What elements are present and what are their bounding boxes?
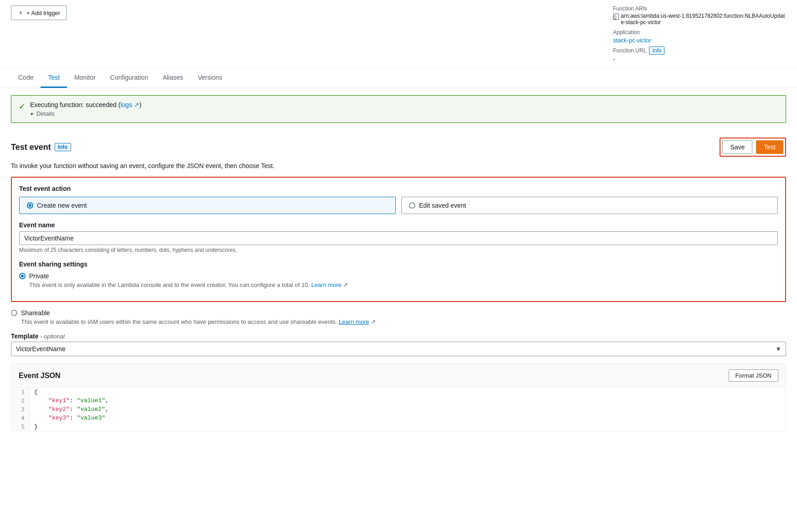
shareable-label[interactable]: Shareable xyxy=(21,309,50,317)
private-desc-icon: ↗ xyxy=(343,281,348,288)
private-description: This event is only available in the Lamb… xyxy=(19,281,778,288)
private-learn-more-link[interactable]: Learn more xyxy=(311,281,341,288)
template-section: Template - optional VictorEventName ▼ xyxy=(11,332,786,356)
template-label: Template - optional xyxy=(11,332,786,340)
line-content-5: } xyxy=(30,422,42,431)
tab-configuration[interactable]: Configuration xyxy=(103,68,155,88)
sharing-settings-label: Event sharing settings xyxy=(19,261,778,268)
function-arn-value: arn:aws:lambda:us-west-1:819521782802:fu… xyxy=(621,13,786,26)
header-buttons: Save Test xyxy=(720,138,786,157)
edit-saved-event-option[interactable]: Edit saved event xyxy=(401,197,778,214)
plus-icon: ＋ xyxy=(18,9,24,17)
application-link[interactable]: stack-pc-victor xyxy=(613,37,651,44)
edit-saved-radio-dot xyxy=(409,202,415,209)
line-number-2: 2 xyxy=(11,396,30,405)
success-banner: ✓ Executing function: succeeded (logs ↗)… xyxy=(11,95,786,123)
shareable-learn-more-link[interactable]: Learn more xyxy=(339,318,369,325)
tab-versions[interactable]: Versions xyxy=(190,68,230,88)
create-new-event-label: Create new event xyxy=(37,202,87,209)
function-url-info[interactable]: Info xyxy=(649,46,664,55)
event-name-label: Event name xyxy=(19,221,778,229)
success-icon: ✓ xyxy=(19,102,26,112)
test-event-section: Test event Info Save Test To invoke your… xyxy=(11,130,786,431)
line-content-3: "key2": "value2", xyxy=(30,405,113,414)
test-event-action-label: Test event action xyxy=(19,185,778,192)
tab-code[interactable]: Code xyxy=(11,68,41,88)
event-json-header: Event JSON Format JSON xyxy=(11,364,786,388)
shareable-option: Shareable This event is available to IAM… xyxy=(11,309,786,325)
code-line-1: 1 { xyxy=(11,388,786,396)
template-select[interactable]: VictorEventName xyxy=(11,342,786,356)
code-line-2: 2 "key1": "value1", xyxy=(11,396,786,405)
line-content-1: { xyxy=(30,388,42,396)
private-option: Private This event is only available in … xyxy=(19,272,778,288)
test-event-form: Test event action Create new event Edit … xyxy=(11,177,786,302)
save-button[interactable]: Save xyxy=(722,140,752,154)
template-optional-text: - optional xyxy=(40,333,64,340)
invoke-description: To invoke your function without saving a… xyxy=(11,162,786,169)
template-select-wrapper: VictorEventName ▼ xyxy=(11,342,786,356)
code-line-4: 4 "key3": "value3" xyxy=(11,414,786,422)
function-arn-label: Function ARN xyxy=(613,5,786,12)
event-name-hint: Maximum of 25 characters consisting of l… xyxy=(19,247,778,253)
details-arrow-icon: ► xyxy=(30,111,35,116)
tab-monitor[interactable]: Monitor xyxy=(67,68,103,88)
line-number-3: 3 xyxy=(11,405,30,414)
success-message-end: ) xyxy=(139,101,142,108)
details-row[interactable]: ► Details xyxy=(30,110,142,117)
event-name-group: Event name Maximum of 25 characters cons… xyxy=(19,221,778,253)
shareable-radio-dot xyxy=(11,310,17,316)
event-name-input[interactable] xyxy=(19,231,778,245)
logs-text: logs xyxy=(120,101,132,108)
application-label: Application xyxy=(613,29,786,36)
logs-link[interactable]: logs ↗ xyxy=(120,101,139,108)
code-line-3: 3 "key2": "value2", xyxy=(11,405,786,414)
create-new-radio-dot xyxy=(27,202,33,209)
create-new-event-option[interactable]: Create new event xyxy=(19,197,396,214)
code-editor[interactable]: 1 { 2 "key1": "value1", 3 "key2": "value… xyxy=(11,388,786,431)
add-trigger-label: + Add trigger xyxy=(26,10,60,16)
edit-saved-event-label: Edit saved event xyxy=(419,202,466,209)
test-event-title: Test event xyxy=(11,143,51,152)
test-event-action-options: Create new event Edit saved event xyxy=(19,197,778,214)
shareable-link-icon: ↗ xyxy=(371,318,376,325)
function-url-value: - xyxy=(613,56,786,62)
line-content-4: "key3": "value3" xyxy=(30,414,110,422)
shareable-description: This event is available to IAM users wit… xyxy=(11,318,786,325)
private-radio-dot xyxy=(19,273,26,279)
event-json-section: Event JSON Format JSON 1 { 2 "key1": "va… xyxy=(11,363,786,431)
line-number-1: 1 xyxy=(11,388,30,396)
test-button[interactable]: Test xyxy=(756,140,783,154)
event-json-title: Event JSON xyxy=(19,372,61,380)
add-trigger-button[interactable]: ＋ + Add trigger xyxy=(11,5,67,20)
shareable-desc-text: This event is available to IAM users wit… xyxy=(21,318,337,325)
details-label: Details xyxy=(36,110,55,117)
tab-aliases[interactable]: Aliases xyxy=(155,68,190,88)
tab-test[interactable]: Test xyxy=(41,68,67,88)
private-label[interactable]: Private xyxy=(29,272,49,280)
private-desc-text: This event is only available in the Lamb… xyxy=(29,281,310,288)
test-event-info-badge[interactable]: Info xyxy=(55,143,71,151)
function-url-label: Function URL xyxy=(613,47,646,54)
line-content-2: "key1": "value1", xyxy=(30,396,113,405)
success-message: Executing function: succeeded ( xyxy=(30,101,120,108)
code-line-5: 5 } xyxy=(11,422,786,431)
line-number-5: 5 xyxy=(11,422,30,431)
tabs-bar: Code Test Monitor Configuration Aliases … xyxy=(0,68,797,88)
template-label-text: Template xyxy=(11,332,38,340)
line-number-4: 4 xyxy=(11,414,30,422)
format-json-button[interactable]: Format JSON xyxy=(729,369,778,382)
copy-icon[interactable]: ▯ xyxy=(613,14,619,20)
